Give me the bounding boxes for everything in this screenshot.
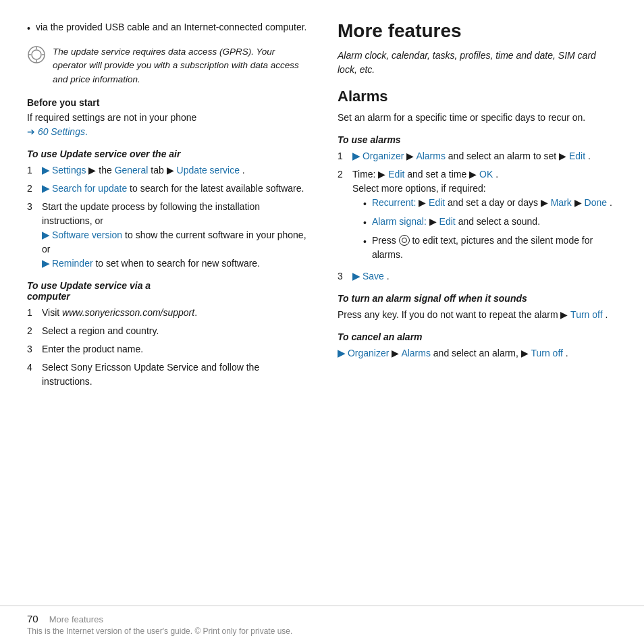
step-num-2: 2 <box>27 182 36 196</box>
turn-off-heading-text: To turn an alarm signal off when it soun… <box>338 293 527 304</box>
cancel-arrow-1: ▶ <box>338 348 345 358</box>
period-time: . <box>495 169 498 180</box>
alarm-step-num-1: 1 <box>338 149 347 163</box>
computer-step-num-1: 1 <box>27 306 36 320</box>
recurrent-rest: and set a day or days ▶ <box>448 197 551 208</box>
note-icon <box>27 45 46 64</box>
step-num-3: 3 <box>27 200 36 271</box>
cancel-end: . <box>566 348 568 358</box>
website-link: www.sonyericsson.com/support <box>62 307 194 318</box>
ok-link: OK <box>479 169 493 180</box>
before-start-arrow: ➔ <box>27 126 35 137</box>
save-link: Save <box>363 271 384 281</box>
bullet-usb-text: via the provided USB cable and an Intern… <box>36 20 307 36</box>
edit-link-1: Edit <box>569 151 585 161</box>
before-start-link: 60 Settings. <box>38 126 88 137</box>
alarm-signal-label: Alarm signal: <box>372 216 427 227</box>
computer-step-1: 1 Visit www.sonyericsson.com/support. <box>27 306 311 320</box>
turn-off-heading: To turn an alarm signal off when it soun… <box>338 293 617 304</box>
end-alarm-1: . <box>588 151 591 161</box>
turn-off-link: Turn off <box>570 309 602 320</box>
sub-bullet-alarm-signal: • Alarm signal: ▶ Edit and select a soun… <box>363 215 617 230</box>
svg-point-1 <box>32 50 41 59</box>
footer-disclaimer: This is the Internet version of the user… <box>27 626 617 636</box>
alarms-heading: Alarms <box>338 88 617 105</box>
step-num-1: 1 <box>27 163 36 178</box>
alarms-link-1: Alarms <box>416 151 446 161</box>
air-step-3: 3 Start the update process by following … <box>27 200 311 271</box>
computer-step-1-content: Visit www.sonyericsson.com/support. <box>42 306 311 320</box>
note-box: The update service requires data access … <box>27 45 311 86</box>
set-time: and set a time ▶ <box>407 169 479 180</box>
settings-link: Settings <box>52 165 86 176</box>
content-area: • via the provided USB cable and an Inte… <box>0 0 644 606</box>
period-1: . <box>242 165 245 176</box>
search-update-link: Search for update <box>52 183 127 194</box>
footer-section-name: More features <box>49 614 103 624</box>
save-end: . <box>387 271 390 281</box>
arrow-2: ▶ <box>42 183 49 194</box>
air-step-2-content: ▶ Search for update to search for the la… <box>42 182 311 196</box>
sep-alarm-1: ▶ <box>406 151 416 161</box>
arrow-alarm-1: ▶ <box>352 151 360 161</box>
done-end: . <box>610 197 612 208</box>
sep-2: tab ▶ <box>151 165 176 176</box>
cancel-organizer-link: Organizer <box>348 348 389 358</box>
mark-sep: ▶ <box>574 197 585 208</box>
computer-step-num-3: 3 <box>27 342 36 356</box>
recurrent-label: Recurrent: <box>372 197 416 208</box>
computer-step-4-content: Select Sony Ericsson Update Service and … <box>42 360 311 389</box>
update-computer-steps: 1 Visit www.sonyericsson.com/support. 2 … <box>27 306 311 389</box>
footer-page-num: 70 <box>27 613 38 624</box>
page: • via the provided USB cable and an Inte… <box>0 0 644 644</box>
air-step-1-content: ▶ Settings ▶ the General tab ▶ Update se… <box>42 163 311 178</box>
recurrent-sep: ▶ <box>419 197 429 208</box>
edit-link-2: Edit <box>388 169 404 180</box>
time-label: Time: ▶ <box>352 169 388 180</box>
computer-step-2-content: Select a region and country. <box>42 324 311 338</box>
software-version-link: Software version <box>52 230 122 240</box>
circle-button-icon <box>399 235 410 246</box>
air-step-3-content: Start the update process by following th… <box>42 200 311 271</box>
cancel-sep-1: ▶ <box>392 348 401 358</box>
alarm-step-2-content: Time: ▶ Edit and set a time ▶ OK . Selec… <box>352 167 617 265</box>
arrow-3a: ▶ <box>42 230 49 240</box>
air-step-1: 1 ▶ Settings ▶ the General tab ▶ Update … <box>27 163 311 178</box>
use-alarms-heading: To use alarms <box>338 134 617 145</box>
update-air-steps: 1 ▶ Settings ▶ the General tab ▶ Update … <box>27 163 311 271</box>
sub-bullet-press: • Press to edit text, pictures and the s… <box>363 234 617 262</box>
arrow-3b: ▶ <box>42 258 49 269</box>
rest-2: to search for the latest available softw… <box>130 183 304 194</box>
recurrent-content: Recurrent: ▶ Edit and set a day or days … <box>372 196 612 211</box>
rest-3b: to set when to search for new software. <box>95 258 260 269</box>
use-alarms-steps: 1 ▶ Organizer ▶ Alarms and select an ala… <box>338 149 617 284</box>
rest-alarm-1: and select an alarm to set ▶ <box>448 151 569 161</box>
alarm-step-3: 3 ▶ Save . <box>338 269 617 284</box>
bullet-dot-press: • <box>363 235 367 262</box>
right-column: More features Alarm clock, calendar, tas… <box>338 20 617 592</box>
left-column: • via the provided USB cable and an Inte… <box>27 20 311 592</box>
cancel-alarms-link: Alarms <box>401 348 431 358</box>
computer-step-2: 2 Select a region and country. <box>27 324 311 338</box>
alarm-step-1: 1 ▶ Organizer ▶ Alarms and select an ala… <box>338 149 617 163</box>
before-start-body: If required settings are not in your pho… <box>27 112 196 123</box>
use-update-computer-heading: To use Update service via acomputer <box>27 280 311 302</box>
press-text: Press <box>372 235 399 246</box>
cancel-turn-off-link: Turn off <box>531 348 562 358</box>
alarm-step-1-content: ▶ Organizer ▶ Alarms and select an alarm… <box>352 149 617 163</box>
computer-step-3: 3 Enter the product name. <box>27 342 311 356</box>
alarms-description: Set an alarm for a specific time or spec… <box>338 111 617 125</box>
alarm-step-num-3: 3 <box>338 269 347 284</box>
alarm-signal-content: Alarm signal: ▶ Edit and select a sound. <box>372 215 540 230</box>
mark-link: Mark <box>551 197 572 208</box>
use-update-air-heading: To use Update service over the air <box>27 149 311 159</box>
before-start-heading: Before you start <box>27 97 311 108</box>
alarm-signal-sep: ▶ <box>429 216 439 227</box>
computer-step-4: 4 Select Sony Ericsson Update Service an… <box>27 360 311 389</box>
air-step-2: 2 ▶ Search for update to search for the … <box>27 182 311 196</box>
section-subtitle: Alarm clock, calendar, tasks, profiles, … <box>338 49 617 77</box>
sub-bullet-recurrent: • Recurrent: ▶ Edit and set a day or day… <box>363 196 617 211</box>
bullet-dot-alarm-signal: • <box>363 216 367 230</box>
note-text: The update service requires data access … <box>53 45 311 86</box>
press-content: Press to edit text, pictures and the sil… <box>372 234 617 262</box>
